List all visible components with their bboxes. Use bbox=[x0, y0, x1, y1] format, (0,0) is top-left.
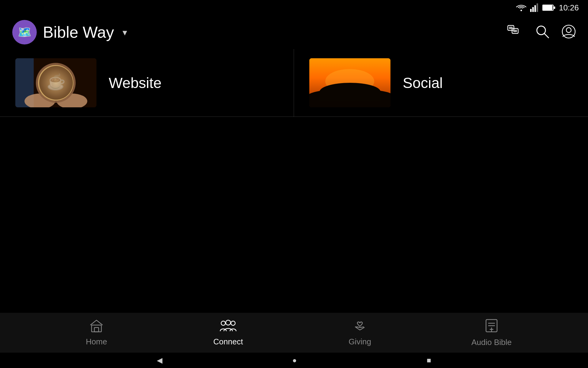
svg-rect-40 bbox=[351, 92, 353, 99]
svg-rect-33 bbox=[337, 93, 339, 97]
giving-icon bbox=[353, 319, 367, 335]
social-card[interactable]: Social bbox=[294, 49, 588, 117]
svg-point-25 bbox=[47, 74, 65, 91]
svg-point-14 bbox=[537, 26, 545, 35]
svg-rect-50 bbox=[94, 328, 99, 332]
nav-label-home: Home bbox=[86, 337, 107, 347]
account-icon[interactable] bbox=[562, 25, 576, 40]
website-card[interactable]: Website bbox=[0, 49, 294, 117]
svg-rect-32 bbox=[338, 92, 341, 99]
website-card-label: Website bbox=[109, 75, 162, 91]
header-left: 🗺️ Bible Way ▾ bbox=[12, 20, 127, 44]
audio-bible-icon bbox=[485, 318, 498, 335]
svg-rect-3 bbox=[534, 5, 536, 12]
chat-icon[interactable] bbox=[507, 25, 523, 40]
header-right bbox=[507, 25, 576, 40]
content-area: Website bbox=[0, 49, 588, 325]
svg-rect-37 bbox=[343, 93, 345, 98]
app-logo[interactable]: 🗺️ bbox=[12, 20, 37, 44]
svg-point-24 bbox=[40, 67, 71, 98]
svg-point-31 bbox=[337, 88, 341, 92]
svg-point-51 bbox=[221, 321, 225, 325]
nav-label-connect: Connect bbox=[213, 337, 243, 347]
svg-rect-45 bbox=[355, 93, 357, 97]
svg-point-52 bbox=[226, 320, 231, 325]
svg-rect-42 bbox=[352, 92, 355, 97]
svg-rect-46 bbox=[357, 93, 360, 97]
svg-point-16 bbox=[562, 25, 575, 38]
android-back-button[interactable]: ◀ bbox=[157, 356, 162, 365]
svg-rect-47 bbox=[347, 94, 351, 95]
logo-icon: 🗺️ bbox=[18, 26, 32, 39]
svg-point-23 bbox=[38, 65, 74, 101]
website-card-image bbox=[15, 58, 96, 107]
svg-rect-2 bbox=[532, 7, 534, 12]
android-home-button[interactable]: ● bbox=[292, 356, 297, 365]
nav-item-connect[interactable]: Connect bbox=[204, 319, 253, 347]
coffee-image bbox=[15, 58, 96, 107]
header: 🗺️ Bible Way ▾ bbox=[0, 15, 588, 49]
svg-rect-49 bbox=[92, 325, 101, 332]
social-card-image bbox=[309, 58, 390, 107]
svg-rect-6 bbox=[543, 5, 552, 10]
dropdown-arrow-icon[interactable]: ▾ bbox=[123, 27, 127, 38]
svg-line-15 bbox=[544, 33, 549, 38]
app-title: Bible Way bbox=[43, 23, 114, 41]
svg-rect-36 bbox=[344, 92, 347, 100]
sunset-image bbox=[309, 58, 390, 107]
svg-point-35 bbox=[343, 87, 348, 92]
nav-item-audio-bible[interactable]: Audio Bible bbox=[467, 318, 516, 347]
svg-rect-7 bbox=[554, 6, 555, 9]
svg-rect-48 bbox=[353, 94, 357, 96]
signal-icon bbox=[530, 3, 539, 12]
bottom-nav: Home Connect Giving bbox=[0, 313, 588, 353]
svg-point-53 bbox=[231, 321, 235, 325]
status-time: 10:26 bbox=[559, 3, 579, 13]
nav-item-home[interactable]: Home bbox=[72, 319, 121, 347]
android-nav-bar: ◀ ● ■ bbox=[0, 353, 588, 368]
svg-rect-4 bbox=[537, 3, 538, 12]
connect-icon bbox=[220, 319, 237, 335]
svg-point-39 bbox=[350, 88, 354, 92]
svg-point-43 bbox=[356, 89, 360, 93]
svg-point-0 bbox=[520, 10, 522, 11]
android-recent-button[interactable]: ■ bbox=[427, 356, 431, 365]
nav-item-giving[interactable]: Giving bbox=[335, 319, 384, 347]
svg-rect-44 bbox=[356, 93, 359, 98]
svg-rect-8 bbox=[508, 25, 514, 30]
svg-rect-1 bbox=[530, 9, 532, 12]
nav-label-audio-bible: Audio Bible bbox=[471, 338, 512, 347]
svg-rect-26 bbox=[309, 58, 390, 107]
svg-rect-9 bbox=[512, 29, 518, 33]
svg-point-27 bbox=[325, 69, 374, 94]
cards-grid: Website bbox=[0, 49, 588, 117]
svg-rect-38 bbox=[345, 93, 348, 98]
svg-point-22 bbox=[36, 63, 76, 103]
status-icons: 10:26 bbox=[516, 3, 579, 13]
social-card-label: Social bbox=[403, 75, 443, 91]
status-bar: 10:26 bbox=[0, 0, 588, 15]
nav-label-giving: Giving bbox=[349, 337, 371, 347]
battery-icon bbox=[542, 4, 555, 11]
search-icon[interactable] bbox=[535, 25, 549, 40]
svg-rect-41 bbox=[349, 92, 352, 97]
svg-rect-34 bbox=[339, 93, 342, 97]
wifi-icon bbox=[516, 4, 526, 12]
svg-point-17 bbox=[566, 28, 571, 33]
home-icon bbox=[89, 319, 104, 335]
